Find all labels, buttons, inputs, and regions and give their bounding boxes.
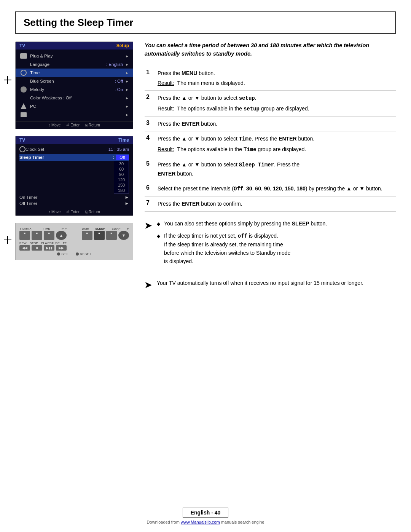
manualslib-link[interactable]: www.Manualslib.com (181, 520, 220, 524)
crosshair-top (4, 76, 11, 84)
antenna-icon (19, 103, 28, 109)
time-row-offtimer: Off Timer ► (16, 200, 133, 206)
menu-row-bluescreen: Blue Screen : Off ► (16, 77, 133, 85)
note-arrow-2: ➤ (145, 280, 151, 292)
remote-btn-ff: ▶▶ (56, 245, 67, 251)
remote-btn-pip: ■ (44, 231, 54, 240)
remote-top-row: TTX/MIX TIME PIP ■ ■ ■ ▲ DNIe SLEEP (19, 227, 129, 240)
set-reset-row: SET RESET (19, 252, 129, 256)
notes-section: ➤ ◆ You can also set these options simpl… (145, 219, 396, 292)
remote-control: TTX/MIX TIME PIP ■ ■ ■ ▲ DNIe SLEEP (15, 223, 133, 260)
remote-btn-stop: ■ (32, 245, 42, 251)
step-row-2: 2 Press the ▲ or ▼ button to select setu… (145, 91, 396, 117)
setup-label: Setup (116, 43, 129, 48)
menu-row-language: Language : English ► (16, 60, 133, 69)
note-item-2: Your TV automatically turns off when it … (157, 279, 363, 287)
bullet-1b: ◆ (157, 233, 160, 240)
tv-label-2: TV (19, 137, 25, 143)
step-num-5: 5 (145, 157, 156, 181)
clock-icon-2 (19, 146, 25, 152)
step-num-2: 2 (145, 91, 156, 117)
step-num-7: 7 (145, 197, 156, 211)
step-row-1: 1 Press the MENU button. Result: The mai… (145, 66, 396, 91)
right-column: You can select a time period of between … (145, 42, 396, 292)
menu-row-film: ► (16, 110, 133, 119)
bullet-1a: ◆ (157, 220, 160, 228)
page-title: Setting the Sleep Timer (24, 17, 387, 29)
step-row-6: 6 Select the preset time intervals (Off,… (145, 181, 396, 197)
step-content-3: Press the ENTER button. (156, 117, 396, 131)
remote-btn-rew: ◀◀ (19, 245, 30, 251)
step-row-4: 4 Press the ▲ or ▼ button to select Time… (145, 131, 396, 157)
sleep-timer-dropdown: 30 60 90 120 150 180 (114, 161, 129, 193)
gear-icon (19, 86, 28, 93)
menu-row-plug: Plug & Play ► (16, 52, 133, 60)
tv-screen-setup: TV Setup Plug & Play ► Language : Englis… (15, 42, 133, 129)
remote-btn-dnie: ■ (82, 231, 92, 240)
intro-text: You can select a time period of between … (145, 42, 396, 58)
menu-row-colorweakness: Color Weakness : Off ► (16, 94, 133, 102)
remote-btn-up: ▲ (56, 231, 67, 240)
time-label: Time (118, 137, 129, 143)
page-title-bar: Setting the Sleep Timer (15, 11, 396, 34)
note-item-1b: ◆ If the sleep timer is not yet set, off… (157, 232, 327, 266)
steps-table: 1 Press the MENU button. Result: The mai… (145, 66, 396, 212)
tv-label-1: TV (19, 43, 25, 48)
step-content-5: Press the ▲ or ▼ button to select Sleep … (156, 157, 396, 181)
step-content-6: Select the preset time intervals (Off, 3… (156, 181, 396, 197)
remote-btn-ttxmix: ■ (19, 231, 30, 240)
left-column: TV Setup Plug & Play ► Language : Englis… (15, 42, 133, 292)
menu-row-time: Time ► (16, 69, 133, 77)
crosshair-bottom (4, 236, 11, 244)
step-num-4: 4 (145, 131, 156, 157)
step-num-1: 1 (145, 66, 156, 91)
step-row-5: 5 Press the ▲ or ▼ button to select Slee… (145, 157, 396, 181)
note-item-1a: ◆ You can also set these options simply … (157, 219, 327, 228)
page-number: English - 40 (191, 510, 221, 516)
plug-icon (19, 53, 28, 59)
step-content-1: Press the MENU button. Result: The main … (156, 66, 396, 91)
download-text: Downloaded from www.Manualslib.com manua… (147, 520, 264, 524)
step-num-6: 6 (145, 181, 156, 197)
set-dot (57, 252, 60, 256)
tv-screen-time: TV Time Clock Set 11 : 35 am (15, 136, 133, 216)
step-row-3: 3 Press the ENTER button. (145, 117, 396, 131)
remote-btn-swap: ■ (106, 231, 117, 240)
step-content-2: Press the ▲ or ▼ button to select setup.… (156, 91, 396, 117)
remote-btn-time: ■ (32, 231, 42, 240)
step-content-7: Press the ENTER button to confirm. (156, 197, 396, 211)
menu-row-melody: Melody : On ► (16, 85, 133, 94)
time-row-ontimer: On Timer ► (16, 194, 133, 200)
page-footer: English - 40 Downloaded from www.Manuals… (0, 508, 411, 524)
tv-footer-1: ↕ Move ⏎ Enter ⎘ Return (16, 121, 133, 129)
time-row-sleeptimer: Sleep Timer : Off 30 60 90 120 150 (16, 153, 133, 194)
note-group-1: ➤ ◆ You can also set these options simpl… (145, 219, 396, 271)
note-group-2: ➤ Your TV automatically turns off when i… (145, 279, 396, 292)
tv-footer-2: ↕ Move ⏎ Enter ⎘ Return (16, 208, 133, 216)
remote-btn-sleep: ■ (94, 231, 105, 240)
remote-btn-down: ▼ (118, 231, 129, 240)
film-icon (19, 112, 28, 118)
reset-dot (76, 252, 79, 256)
step-num-3: 3 (145, 117, 156, 131)
time-row-clockset: Clock Set 11 : 35 am (16, 145, 133, 153)
remote-btn-playpause: ▶▮▮ (44, 245, 54, 251)
menu-row-antenna: PC ► (16, 102, 133, 110)
clock-icon (19, 70, 28, 76)
step-row-7: 7 Press the ENTER button to confirm. (145, 197, 396, 211)
page-number-box: English - 40 (183, 508, 229, 518)
note-arrow-1: ➤ (145, 221, 151, 271)
step-content-4: Press the ▲ or ▼ button to select Time. … (156, 131, 396, 157)
